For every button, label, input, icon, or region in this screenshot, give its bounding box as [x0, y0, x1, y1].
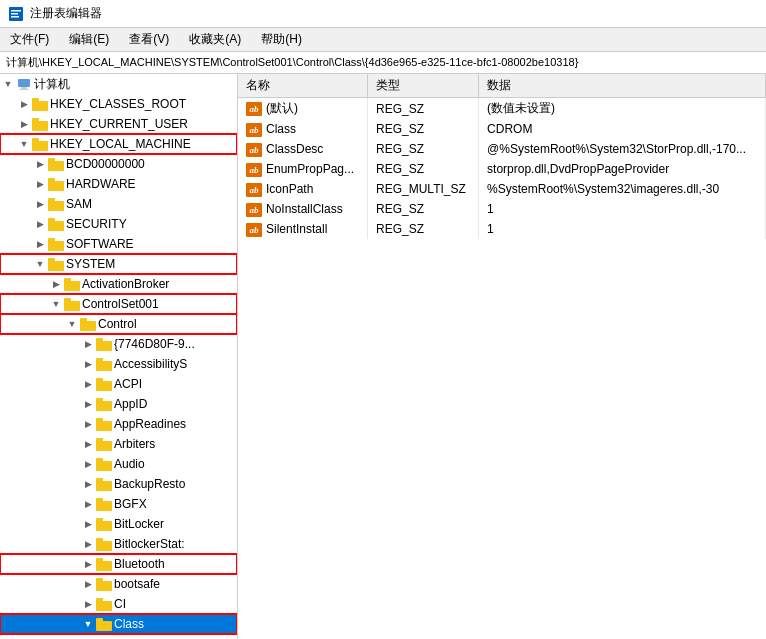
table-row[interactable]: abClassDescREG_SZ@%SystemRoot%\System32\… — [238, 139, 766, 159]
expand-cs001[interactable]: ▼ — [48, 296, 64, 312]
expand-7746[interactable]: ▶ — [80, 336, 96, 352]
tree-row-appread[interactable]: ▶ AppReadines — [0, 414, 237, 434]
table-row[interactable]: abIconPathREG_MULTI_SZ%SystemRoot%\Syste… — [238, 179, 766, 199]
expand-class[interactable]: ▼ — [80, 616, 96, 632]
tree-row-audio[interactable]: ▶ Audio — [0, 454, 237, 474]
cell-type: REG_SZ — [368, 119, 479, 139]
expand-hkcr[interactable]: ▶ — [16, 96, 32, 112]
app-title: 注册表编辑器 — [30, 5, 102, 22]
cell-data: %SystemRoot%\System32\imageres.dll,-30 — [479, 179, 766, 199]
expand-ci[interactable]: ▶ — [80, 596, 96, 612]
tree-row-7746[interactable]: ▶ {7746D80F-9... — [0, 334, 237, 354]
tree-row-acpi[interactable]: ▶ ACPI — [0, 374, 237, 394]
expand-hardware[interactable]: ▶ — [32, 176, 48, 192]
table-row[interactable]: ab(默认)REG_SZ(数值未设置) — [238, 98, 766, 120]
expand-bgfx[interactable]: ▶ — [80, 496, 96, 512]
label-bcd: BCD00000000 — [66, 157, 145, 171]
table-row[interactable]: abSilentInstallREG_SZ1 — [238, 219, 766, 239]
main-layout: ▼ 计算机 ▶ HKEY_CLASSES_ROOT — [0, 74, 766, 639]
folder-icon-appid — [96, 398, 112, 411]
table-row[interactable]: abEnumPropPag...REG_SZstorprop.dll,DvdPr… — [238, 159, 766, 179]
cell-type: REG_SZ — [368, 139, 479, 159]
menu-help[interactable]: 帮助(H) — [251, 28, 312, 51]
tree-row-hkcr[interactable]: ▶ HKEY_CLASSES_ROOT — [0, 94, 237, 114]
folder-icon-hkcr — [32, 98, 48, 111]
tree-row-appid[interactable]: ▶ AppID — [0, 394, 237, 414]
expand-hkcu[interactable]: ▶ — [16, 116, 32, 132]
menu-view[interactable]: 查看(V) — [119, 28, 179, 51]
tree-row-bluetooth[interactable]: ▶ Bluetooth — [0, 554, 237, 574]
expand-actbroker[interactable]: ▶ — [48, 276, 64, 292]
tree-row-control[interactable]: ▼ Control — [0, 314, 237, 334]
cell-type: REG_SZ — [368, 98, 479, 120]
expand-bootsafe[interactable]: ▶ — [80, 576, 96, 592]
expand-system[interactable]: ▼ — [32, 256, 48, 272]
tree-row-security[interactable]: ▶ SECURITY — [0, 214, 237, 234]
label-security: SECURITY — [66, 217, 127, 231]
table-row[interactable]: abClassREG_SZCDROM — [238, 119, 766, 139]
tree-row-ci[interactable]: ▶ CI — [0, 594, 237, 614]
folder-icon-backuprestore — [96, 478, 112, 491]
expand-bitlockerstati[interactable]: ▶ — [80, 536, 96, 552]
menu-edit[interactable]: 编辑(E) — [59, 28, 119, 51]
folder-icon-actbroker — [64, 278, 80, 291]
tree-row-hardware[interactable]: ▶ HARDWARE — [0, 174, 237, 194]
col-name: 名称 — [238, 74, 368, 98]
tree-row-bgfx[interactable]: ▶ BGFX — [0, 494, 237, 514]
tree-row-bcd[interactable]: ▶ BCD00000000 — [0, 154, 237, 174]
expand-security[interactable]: ▶ — [32, 216, 48, 232]
expand-backuprestore[interactable]: ▶ — [80, 476, 96, 492]
tree-row-bitlocker[interactable]: ▶ BitLocker — [0, 514, 237, 534]
tree-row-hklm[interactable]: ▼ HKEY_LOCAL_MACHINE — [0, 134, 237, 154]
tree-row-hkcu[interactable]: ▶ HKEY_CURRENT_USER — [0, 114, 237, 134]
svg-rect-5 — [21, 87, 27, 89]
svg-rect-6 — [19, 89, 29, 90]
expand-arbiters[interactable]: ▶ — [80, 436, 96, 452]
expand-sam[interactable]: ▶ — [32, 196, 48, 212]
folder-icon-audio — [96, 458, 112, 471]
tree-row-accessibility[interactable]: ▶ AccessibilityS — [0, 354, 237, 374]
tree-node-cs001: ▼ ControlSet001 ▼ — [0, 294, 237, 634]
label-backuprestore: BackupResto — [114, 477, 185, 491]
tree-row-software[interactable]: ▶ SOFTWARE — [0, 234, 237, 254]
tree-row-backuprestore[interactable]: ▶ BackupResto — [0, 474, 237, 494]
label-class: Class — [114, 617, 144, 631]
tree-row-system[interactable]: ▼ SYSTEM — [0, 254, 237, 274]
folder-icon-bcd — [48, 158, 64, 171]
label-bitlockerstati: BitlockerStat: — [114, 537, 185, 551]
tree-row-class[interactable]: ▼ Class — [0, 614, 237, 634]
folder-icon-system — [48, 258, 64, 271]
detail-panel[interactable]: 名称 类型 数据 ab(默认)REG_SZ(数值未设置)abClassREG_S… — [238, 74, 766, 639]
expand-hklm[interactable]: ▼ — [16, 136, 32, 152]
expand-bitlocker[interactable]: ▶ — [80, 516, 96, 532]
label-hkcu: HKEY_CURRENT_USER — [50, 117, 188, 131]
expand-accessibility[interactable]: ▶ — [80, 356, 96, 372]
svg-rect-4 — [18, 79, 30, 87]
expand-audio[interactable]: ▶ — [80, 456, 96, 472]
label-hardware: HARDWARE — [66, 177, 136, 191]
tree-row-computer[interactable]: ▼ 计算机 — [0, 74, 237, 94]
expand-appread[interactable]: ▶ — [80, 416, 96, 432]
tree-row-bitlockerstati[interactable]: ▶ BitlockerStat: — [0, 534, 237, 554]
svg-rect-3 — [11, 16, 19, 18]
expand-acpi[interactable]: ▶ — [80, 376, 96, 392]
folder-icon-class — [96, 618, 112, 631]
tree-row-bootsafe[interactable]: ▶ bootsafe — [0, 574, 237, 594]
expand-appid[interactable]: ▶ — [80, 396, 96, 412]
expand-computer[interactable]: ▼ — [0, 76, 16, 92]
expand-bcd[interactable]: ▶ — [32, 156, 48, 172]
tree-panel[interactable]: ▼ 计算机 ▶ HKEY_CLASSES_ROOT — [0, 74, 238, 639]
label-actbroker: ActivationBroker — [82, 277, 169, 291]
expand-software[interactable]: ▶ — [32, 236, 48, 252]
expand-control[interactable]: ▼ — [64, 316, 80, 332]
cell-data: CDROM — [479, 119, 766, 139]
menu-file[interactable]: 文件(F) — [0, 28, 59, 51]
tree-row-sam[interactable]: ▶ SAM — [0, 194, 237, 214]
tree-row-cs001[interactable]: ▼ ControlSet001 — [0, 294, 237, 314]
table-row[interactable]: abNoInstallClassREG_SZ1 — [238, 199, 766, 219]
tree-row-actbroker[interactable]: ▶ ActivationBroker — [0, 274, 237, 294]
cell-type: REG_SZ — [368, 219, 479, 239]
tree-row-arbiters[interactable]: ▶ Arbiters — [0, 434, 237, 454]
expand-bluetooth[interactable]: ▶ — [80, 556, 96, 572]
menu-favorites[interactable]: 收藏夹(A) — [179, 28, 251, 51]
